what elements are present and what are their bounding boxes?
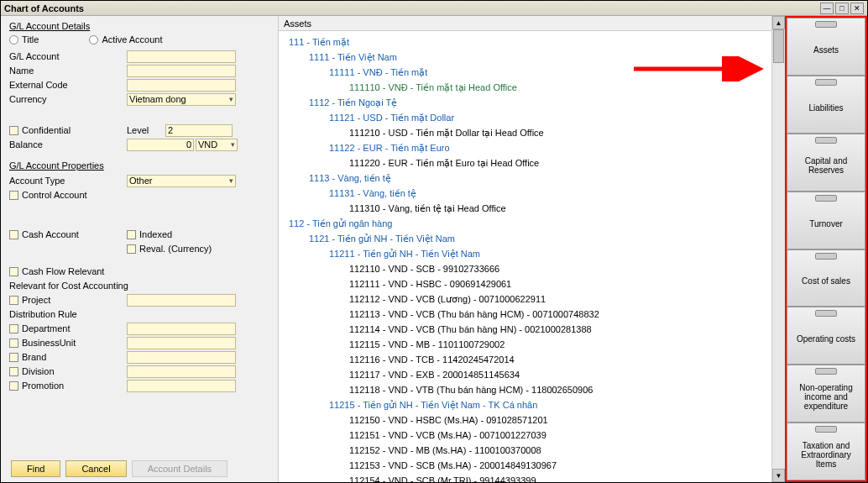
- tree-item[interactable]: 112 - Tiền gửi ngân hàng: [279, 216, 771, 231]
- details-panel: G/L Account Details Title Active Account…: [1, 16, 278, 482]
- tree-item[interactable]: 111 - Tiền mặt: [279, 34, 771, 50]
- business-unit-input[interactable]: [127, 337, 236, 349]
- cash-account-checkbox[interactable]: Cash Account: [9, 229, 127, 239]
- drawer-liabilities[interactable]: Liabilities: [787, 76, 865, 134]
- brand-checkbox[interactable]: Brand: [9, 352, 127, 362]
- chart-of-accounts-window: Chart of Accounts — □ ✕ G/L Account Deta…: [0, 0, 868, 483]
- scroll-thumb[interactable]: [773, 29, 784, 63]
- tree-item[interactable]: 11215 - Tiền gửi NH - Tiền Việt Nam - TK…: [279, 397, 771, 412]
- control-account-checkbox[interactable]: Control Account: [9, 188, 269, 202]
- balance-label: Balance: [9, 139, 127, 150]
- drawer-non-operating-income-and-expenditure[interactable]: Non-operating income and expenditure: [787, 365, 865, 423]
- find-button[interactable]: Find: [11, 460, 60, 477]
- balance-currency-select[interactable]: VND: [196, 139, 238, 151]
- reval-checkbox[interactable]: Reval. (Currency): [127, 244, 212, 254]
- tree-item[interactable]: 1112 - Tiền Ngoại Tệ: [279, 95, 771, 110]
- tree-item[interactable]: 111220 - EUR - Tiền mặt Euro tại Head Of…: [279, 155, 771, 171]
- tree-item[interactable]: 112117 - VND - EXB - 200014851145634: [279, 367, 771, 382]
- tree-item[interactable]: 112116 - VND - TCB - 11420245472014: [279, 352, 771, 367]
- tree-item[interactable]: 111210 - USD - Tiền mặt Dollar tại Head …: [279, 125, 771, 140]
- tree-item[interactable]: 112111 - VND - HSBC - 090691429061: [279, 276, 771, 291]
- promotion-input[interactable]: [127, 380, 236, 392]
- gl-properties-header: G/L Account Properties: [9, 160, 269, 171]
- promotion-checkbox[interactable]: Promotion: [9, 381, 127, 391]
- currency-label: Currency: [9, 94, 127, 104]
- drawer-operating-costs[interactable]: Operating costs: [787, 307, 865, 365]
- cancel-button[interactable]: Cancel: [65, 460, 126, 477]
- annotation-arrow-icon: [634, 56, 768, 81]
- brand-input[interactable]: [127, 351, 236, 364]
- tree-item[interactable]: 112112 - VND - VCB (Lương) - 00710006229…: [279, 291, 771, 307]
- cost-accounting-label: Relevant for Cost Accounting: [9, 279, 269, 292]
- tree-item[interactable]: 111110 - VNĐ - Tiền mặt tại Head Office: [279, 80, 771, 95]
- tree-item[interactable]: 1113 - Vàng, tiền tệ: [279, 171, 771, 186]
- tree-item[interactable]: 112153 - VND - SCB (Ms.HA) - 20001484913…: [279, 458, 771, 473]
- department-input[interactable]: [127, 323, 236, 335]
- account-tree: Assets 111 - Tiền mặt1111 - Tiền Việt Na…: [279, 16, 771, 482]
- tree-item[interactable]: 1121 - Tiền gửi NH - Tiền Việt Nam: [279, 231, 771, 246]
- account-type-select[interactable]: Other: [127, 175, 236, 187]
- currency-select[interactable]: Vietnam dong: [127, 93, 236, 106]
- division-checkbox[interactable]: Division: [9, 366, 127, 376]
- close-button[interactable]: ✕: [850, 3, 864, 14]
- title-radio[interactable]: Title: [9, 34, 39, 45]
- gl-details-header: G/L Account Details: [9, 21, 269, 31]
- minimize-button[interactable]: —: [820, 3, 834, 14]
- scroll-down-icon[interactable]: ▼: [772, 469, 785, 482]
- level-label: Level: [127, 125, 165, 135]
- tree-item[interactable]: 112113 - VND - VCB (Thu bán hàng HCM) - …: [279, 307, 771, 322]
- gl-account-label: G/L Account: [9, 51, 127, 61]
- window-title: Chart of Accounts: [4, 3, 818, 13]
- balance-input[interactable]: [127, 139, 194, 151]
- division-input[interactable]: [127, 365, 236, 378]
- tree-scrollbar[interactable]: ▲ ▼: [771, 16, 785, 482]
- drawer-taxation-and-extraordinary-items[interactable]: Taxation and Extraordinary Items: [787, 423, 865, 480]
- tree-item[interactable]: 112151 - VND - VCB (Ms.HA) - 00710012270…: [279, 428, 771, 443]
- name-input[interactable]: [127, 65, 236, 77]
- cash-flow-checkbox[interactable]: Cash Flow Relevant: [9, 265, 269, 278]
- tree-item[interactable]: 111310 - Vàng, tiền tệ tại Head Office: [279, 201, 771, 216]
- name-label: Name: [9, 66, 127, 76]
- tree-item[interactable]: 112152 - VND - MB (Ms.HA) - 110010037000…: [279, 443, 771, 458]
- drawer-cost-of-sales[interactable]: Cost of sales: [787, 249, 865, 307]
- drawer-turnover[interactable]: Turnover: [787, 192, 865, 249]
- scroll-up-icon[interactable]: ▲: [772, 16, 785, 29]
- category-drawers: AssetsLiabilitiesCapital and ReservesTur…: [785, 16, 867, 482]
- tree-title: Assets: [284, 18, 311, 29]
- account-details-button: Account Details: [132, 460, 227, 477]
- project-checkbox[interactable]: Project: [9, 295, 127, 305]
- department-checkbox[interactable]: Department: [9, 323, 127, 333]
- tree-item[interactable]: 11211 - Tiền gửi NH - Tiền Việt Nam: [279, 246, 771, 261]
- drawer-assets[interactable]: Assets: [787, 18, 865, 76]
- titlebar: Chart of Accounts — □ ✕: [1, 1, 867, 16]
- tree-item[interactable]: 112114 - VND - VCB (Thu bán hàng HN) - 0…: [279, 322, 771, 337]
- confidential-checkbox[interactable]: Confidential: [9, 125, 127, 135]
- business-unit-checkbox[interactable]: BusinessUnit: [9, 338, 127, 348]
- external-code-label: External Code: [9, 80, 127, 90]
- tree-item[interactable]: 112115 - VND - MB - 1101100729002: [279, 337, 771, 352]
- tree-item[interactable]: 112118 - VND - VTB (Thu bán hàng HCM) - …: [279, 382, 771, 397]
- tree-item[interactable]: 112110 - VND - SCB - 99102733666: [279, 261, 771, 276]
- tree-item[interactable]: 11131 - Vàng, tiền tệ: [279, 186, 771, 201]
- tree-item[interactable]: 112150 - VND - HSBC (Ms.HA) - 0910285712…: [279, 412, 771, 428]
- project-input[interactable]: [127, 294, 236, 307]
- account-type-label: Account Type: [9, 176, 127, 186]
- external-code-input[interactable]: [127, 79, 236, 92]
- gl-account-input[interactable]: [127, 50, 236, 63]
- level-input[interactable]: [165, 124, 233, 137]
- tree-item[interactable]: 11121 - USD - Tiền mặt Dollar: [279, 110, 771, 125]
- maximize-button[interactable]: □: [835, 3, 849, 14]
- active-account-radio[interactable]: Active Account: [89, 34, 162, 45]
- tree-item[interactable]: 112154 - VND - SCB (Mr.TRI) - 9914439339…: [279, 473, 771, 482]
- drawer-capital-and-reserves[interactable]: Capital and Reserves: [787, 134, 865, 192]
- indexed-checkbox[interactable]: Indexed: [127, 229, 172, 239]
- tree-item[interactable]: 11122 - EUR - Tiền mặt Euro: [279, 140, 771, 155]
- distribution-rule-label: Distribution Rule: [9, 307, 269, 321]
